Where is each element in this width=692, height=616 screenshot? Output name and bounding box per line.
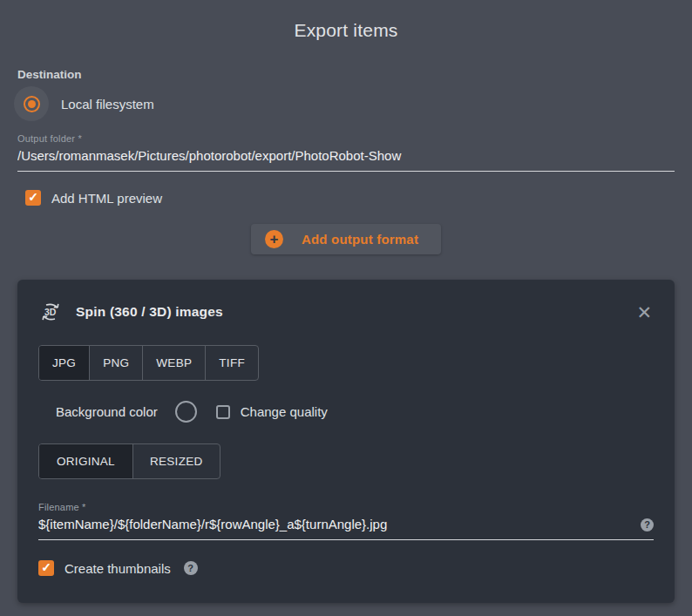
filename-input[interactable]: ${itemName}/${folderName}/r${rowAngle}_a… [38, 512, 654, 540]
svg-text:3D: 3D [44, 307, 57, 317]
spin-format-card: 3D Spin (360 / 3D) images ✕ JPG PNG WEBP… [17, 280, 675, 603]
output-folder-label: Output folder * [17, 133, 675, 144]
spin-3d-icon: 3D [38, 300, 63, 324]
change-quality-label: Change quality [241, 404, 328, 419]
create-thumbnails-checkbox[interactable]: ✓ [38, 560, 54, 576]
tab-webp[interactable]: WEBP [142, 346, 205, 380]
plus-circle-icon: + [265, 230, 283, 248]
destination-section-label: Destination [17, 68, 675, 81]
destination-radio-row: Local filesystem [14, 86, 675, 121]
filename-field: Filename * ${itemName}/${folderName}/r${… [38, 502, 654, 540]
checkmark-icon: ✓ [28, 191, 38, 203]
close-button[interactable]: Close [521, 612, 561, 616]
background-color-label: Background color [56, 404, 158, 419]
page-title: Export items [17, 0, 675, 41]
dialog-footer: Close Export [17, 612, 675, 616]
filename-value: ${itemName}/${folderName}/r${rowAngle}_a… [38, 517, 632, 531]
local-filesystem-label: Local filesystem [61, 97, 154, 112]
filename-label: Filename * [38, 502, 654, 512]
create-thumbnails-label: Create thumbnails [64, 561, 171, 576]
background-color-row: Background color Change quality [38, 401, 654, 423]
change-quality-checkbox[interactable] [216, 405, 230, 419]
create-thumbnails-help-icon[interactable]: ? [184, 561, 198, 575]
tab-jpg[interactable]: JPG [39, 346, 89, 380]
export-button[interactable]: Export [595, 612, 641, 616]
add-html-preview-row: ✓ Add HTML preview [25, 190, 675, 206]
output-folder-field: Output folder * /Users/romanmasek/Pictur… [17, 133, 675, 172]
format-tabs: JPG PNG WEBP TIFF [38, 345, 259, 381]
output-folder-input[interactable]: /Users/romanmasek/Pictures/photorobot/ex… [17, 144, 675, 172]
card-header: 3D Spin (360 / 3D) images ✕ [38, 300, 654, 324]
create-thumbnails-row: ✓ Create thumbnails ? [38, 560, 654, 576]
add-html-preview-label: Add HTML preview [51, 191, 162, 206]
background-color-swatch[interactable] [175, 401, 197, 423]
output-folder-value: /Users/romanmasek/Pictures/photorobot/ex… [17, 148, 675, 163]
tab-resized[interactable]: RESIZED [132, 444, 220, 478]
tab-original[interactable]: ORIGINAL [39, 444, 132, 478]
tab-png[interactable]: PNG [89, 346, 142, 380]
radio-selected-icon [24, 96, 40, 112]
tab-tiff[interactable]: TIFF [205, 346, 258, 380]
filename-help-icon[interactable]: ? [641, 518, 654, 531]
close-icon[interactable]: ✕ [634, 303, 654, 322]
add-html-preview-checkbox[interactable]: ✓ [25, 190, 41, 206]
add-output-format-button[interactable]: + Add output format [251, 224, 441, 254]
add-output-format-label: Add output format [302, 232, 418, 247]
card-title: Spin (360 / 3D) images [76, 304, 634, 320]
checkmark-icon: ✓ [41, 561, 51, 573]
export-items-dialog: Export items Destination Local filesyste… [0, 0, 692, 616]
local-filesystem-radio[interactable] [14, 86, 49, 121]
size-tabs: ORIGINAL RESIZED [38, 443, 220, 479]
